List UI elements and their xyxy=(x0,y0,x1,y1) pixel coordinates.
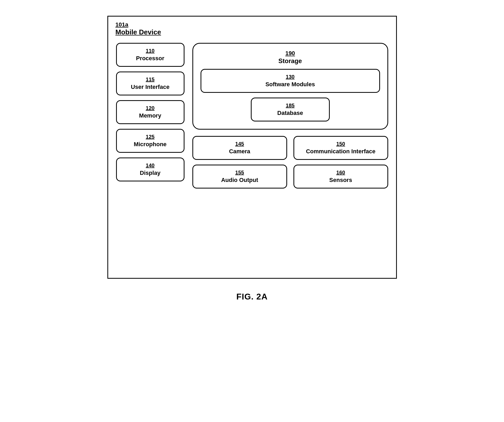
main-content: 110 Processor 115 User Interface 120 Mem… xyxy=(116,43,388,189)
user-interface-box: 115 User Interface xyxy=(116,72,184,95)
storage-ref-text: Storage xyxy=(201,57,380,65)
database-box: 185 Database xyxy=(251,98,330,121)
database-label: Database xyxy=(257,110,324,116)
mobile-device-box: 101a Mobile Device 110 Processor 115 Use… xyxy=(107,16,397,279)
audio-output-ref-num: 155 xyxy=(198,170,281,176)
display-box: 140 Display xyxy=(116,157,184,181)
figure-caption: FIG. 2A xyxy=(236,292,268,302)
right-area: 190 Storage 130 Software Modules 185 Dat… xyxy=(192,43,388,189)
sensors-box: 160 Sensors xyxy=(293,165,388,189)
memory-ref-num: 120 xyxy=(122,105,178,111)
storage-inner: 130 Software Modules 185 Database xyxy=(201,69,380,121)
device-ref-text: Mobile Device xyxy=(116,28,161,36)
processor-box: 110 Processor xyxy=(116,43,184,67)
camera-box: 145 Camera xyxy=(192,136,287,160)
display-label: Display xyxy=(122,170,178,176)
software-modules-label: Software Modules xyxy=(207,81,374,88)
microphone-ref-num: 125 xyxy=(122,134,178,140)
display-ref-num: 140 xyxy=(122,162,178,169)
user-interface-ref-num: 115 xyxy=(122,77,178,83)
processor-label: Processor xyxy=(122,55,178,62)
database-ref-num: 185 xyxy=(257,103,324,109)
device-ref-num: 101a xyxy=(116,21,161,28)
processor-ref-num: 110 xyxy=(122,48,178,54)
memory-box: 120 Memory xyxy=(116,100,184,124)
communication-interface-box: 150 Communication Interface xyxy=(293,136,388,160)
camera-label: Camera xyxy=(198,148,281,155)
camera-ref-num: 145 xyxy=(198,141,281,147)
memory-label: Memory xyxy=(122,112,178,119)
audio-output-box: 155 Audio Output xyxy=(192,165,287,189)
storage-ref-num: 190 xyxy=(201,50,380,57)
user-interface-label: User Interface xyxy=(122,84,178,90)
bottom-row: 145 Camera 155 Audio Output 150 Communic… xyxy=(192,136,388,189)
audio-output-label: Audio Output xyxy=(198,177,281,184)
sensors-label: Sensors xyxy=(300,177,382,184)
bottom-left-col: 145 Camera 155 Audio Output xyxy=(192,136,287,189)
sensors-ref-num: 160 xyxy=(300,170,382,176)
comm-interface-ref-num: 150 xyxy=(300,141,382,147)
comm-interface-label: Communication Interface xyxy=(300,148,382,155)
diagram-wrapper: 101a Mobile Device 110 Processor 115 Use… xyxy=(102,16,402,302)
software-modules-ref-num: 130 xyxy=(207,74,374,80)
storage-box: 190 Storage 130 Software Modules 185 Dat… xyxy=(192,43,388,130)
software-modules-box: 130 Software Modules xyxy=(201,69,380,93)
storage-label: 190 Storage xyxy=(201,50,380,65)
left-column: 110 Processor 115 User Interface 120 Mem… xyxy=(116,43,184,189)
microphone-label: Microphone xyxy=(122,141,178,148)
microphone-box: 125 Microphone xyxy=(116,129,184,153)
device-label: 101a Mobile Device xyxy=(116,21,161,36)
bottom-right-col: 150 Communication Interface 160 Sensors xyxy=(293,136,388,189)
